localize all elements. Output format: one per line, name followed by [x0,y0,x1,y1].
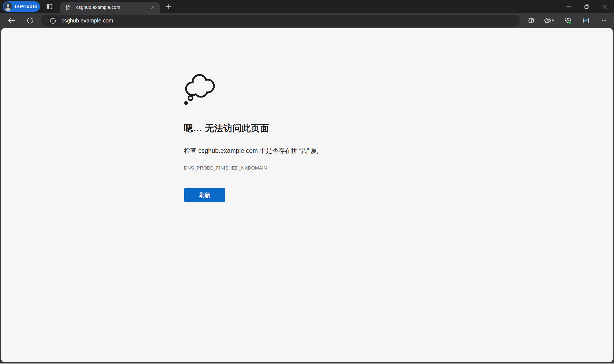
tab-close-icon [150,5,156,10]
tab-title: csghub.example.com [76,5,149,10]
site-info-icon [50,18,56,24]
browser-essentials-button[interactable] [563,16,573,25]
tab-close-button[interactable] [149,4,157,11]
page-content: 嗯… 无法访问此页面 检查 csghub.example.com 中是否存在拼写… [1,28,613,362]
back-button[interactable] [7,16,16,25]
svg-text:e: e [584,18,587,23]
titlebar: InPrivate csghub.example.com [0,0,614,13]
window-controls [560,0,614,13]
minimize-button[interactable] [560,0,578,13]
site-info-button[interactable] [48,16,58,25]
favorites-button[interactable] [545,16,555,25]
ie-mode-button[interactable]: e [581,16,591,25]
tab-actions-button[interactable] [44,2,54,11]
close-icon [602,4,607,9]
new-tab-button[interactable] [164,3,173,10]
thought-bubble-icon [183,72,217,106]
refresh-button[interactable] [25,16,35,25]
restore-button[interactable] [578,0,596,13]
page-refresh-button[interactable]: 刷新 [184,188,225,202]
split-screen-button[interactable] [527,16,536,25]
back-icon [8,17,15,24]
refresh-icon [26,17,34,24]
url-text: csghub.example.com [61,15,113,27]
error-description: 检查 csghub.example.com 中是否存在拼写错误。 [184,147,323,155]
ie-mode-icon: e [582,17,590,24]
new-tab-icon [165,3,172,10]
split-screen-icon [527,17,535,24]
minimize-icon [566,4,571,9]
restore-icon [584,4,589,9]
more-options-icon [600,17,608,24]
address-bar[interactable]: csghub.example.com A [41,15,520,27]
inprivate-label: InPrivate [15,4,37,10]
toolbar: csghub.example.com A [0,13,614,28]
error-page-title: 嗯… 无法访问此页面 [184,123,269,133]
tab-csghub[interactable]: csghub.example.com [60,2,160,13]
tab-actions-icon [46,3,53,10]
close-button[interactable] [596,0,614,13]
more-options-button[interactable] [599,16,609,25]
inprivate-badge[interactable]: InPrivate [3,1,40,12]
profile-avatar-icon [4,2,12,11]
browser-essentials-icon [564,17,572,24]
broken-page-favicon-icon [65,4,72,11]
favorites-list-icon [546,17,554,24]
error-code: DNS_PROBE_FINISHED_NXDOMAIN [184,165,267,171]
